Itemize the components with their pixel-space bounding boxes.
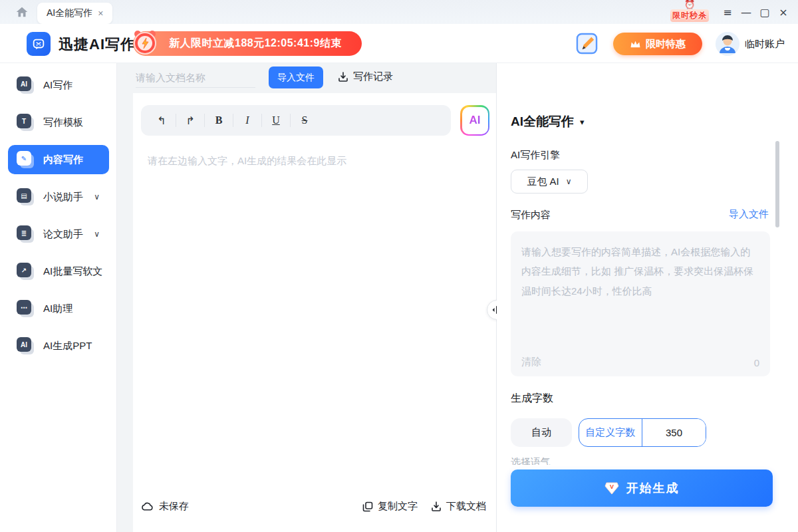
sidebar-item-label: AI助理 <box>43 303 72 315</box>
sidebar-item-label: 写作模板 <box>43 116 83 129</box>
flash-sale-badge[interactable]: ⏰ 限时秒杀 <box>666 1 713 23</box>
account-name[interactable]: 临时账户 <box>745 38 785 51</box>
custom-wordcount-button[interactable]: 自定义字数 <box>579 419 642 446</box>
panel-scrollbar[interactable] <box>775 141 779 227</box>
auto-wordcount-button[interactable]: 自动 <box>511 418 572 447</box>
app-logo-icon <box>27 32 51 56</box>
deal-label: 限时特惠 <box>646 38 686 51</box>
writing-history-button[interactable]: 写作记录 <box>338 70 393 83</box>
caret-down-icon: ▾ <box>580 117 585 127</box>
copy-text-button[interactable]: 复制文字 <box>362 500 418 513</box>
chevron-down-icon: ∨ <box>94 229 100 239</box>
sidebar-item-label: AI生成PPT <box>43 340 92 352</box>
sidebar-item-label: AI批量写软文 <box>43 265 102 278</box>
underline-button[interactable]: U <box>262 110 290 130</box>
textarea-placeholder: 请输入想要写作的内容简单描述，AI会根据您输入的内容生成细节，比如 推广保温杯，… <box>521 242 759 301</box>
sidebar-item-ai-assistant[interactable]: ⋯ AI助理 <box>8 294 109 323</box>
chevron-down-icon: ∨ <box>566 177 572 186</box>
save-status: 未保存 <box>141 500 189 513</box>
italic-button[interactable]: I <box>233 110 261 130</box>
redo-button[interactable]: ↱ <box>176 110 204 130</box>
copy-text-label: 复制文字 <box>378 500 418 513</box>
sidebar-item-paper-helper[interactable]: ≣ 论文助手 ∨ <box>8 219 109 249</box>
promo-alarm-clock-icon <box>130 27 160 58</box>
paper-helper-icon: ≣ <box>17 225 34 243</box>
download-tray-icon <box>338 72 348 82</box>
ai-assistant-icon: ⋯ <box>17 300 34 317</box>
batch-article-icon: ↗ <box>17 263 34 280</box>
panel-mode-selector[interactable]: AI全能写作 ▾ <box>511 113 585 130</box>
ai-ppt-icon: AI <box>17 337 34 354</box>
tab-ai-writing[interactable]: AI全能写作 × <box>37 3 112 24</box>
sidebar-item-template[interactable]: T 写作模板 <box>8 108 109 137</box>
save-status-label: 未保存 <box>159 500 189 513</box>
svg-text:V: V <box>609 483 613 490</box>
gem-icon: V <box>604 481 619 495</box>
template-icon: T <box>17 114 34 131</box>
char-counter: 0 <box>754 357 759 368</box>
doc-name-input[interactable] <box>136 68 255 88</box>
promo-text: 新人限时立减188元12:05:41:9结束 <box>169 37 342 51</box>
wordcount-input[interactable] <box>642 419 706 446</box>
flash-sale-label: 限时秒杀 <box>670 9 709 22</box>
tab-title: AI全能写作 <box>47 7 92 19</box>
content-textarea[interactable]: 请输入想要写作的内容简单描述，AI会根据您输入的内容生成细节，比如 推广保温杯，… <box>511 231 770 376</box>
app-title: 迅捷AI写作 <box>59 35 136 55</box>
engine-label: AI写作引擎 <box>511 149 560 162</box>
bold-button[interactable]: B <box>205 110 233 130</box>
window-titlebar: AI全能写作 × ⏰ 限时秒杀 ≡ — ▢ × <box>0 0 798 24</box>
sidebar-item-label: 论文助手 <box>43 228 83 241</box>
ai-write-icon: AI <box>17 76 34 94</box>
sidebar-item-label: AI写作 <box>43 79 72 92</box>
ai-badge-label: AI <box>469 114 481 127</box>
custom-wordcount-control: 自定义字数 <box>579 418 706 447</box>
sidebar-item-batch-article[interactable]: ↗ AI批量写软文 <box>8 257 109 286</box>
minimize-button[interactable]: — <box>738 4 754 20</box>
sidebar-item-content-write[interactable]: ✎ 内容写作 <box>8 145 109 174</box>
ai-assistant-badge[interactable]: AI <box>460 105 489 136</box>
generate-button[interactable]: V 开始生成 <box>511 469 773 507</box>
sidebar-nav: AI AI写作 T 写作模板 ✎ 内容写作 ▤ 小说助手 ∨ ≣ 论文助 <box>0 63 117 532</box>
undo-button[interactable]: ↰ <box>148 110 176 130</box>
editor-placeholder: 请在左边输入文字，AI生成的结果会在此显示 <box>148 155 346 168</box>
strikethrough-button[interactable]: S <box>291 110 319 130</box>
panel-title-label: AI全能写作 <box>511 113 574 130</box>
panel-import-file-link[interactable]: 导入文件 <box>729 208 769 221</box>
sidebar-item-label: 内容写作 <box>43 154 83 166</box>
wordcount-label: 生成字数 <box>511 392 553 406</box>
generate-label: 开始生成 <box>626 480 680 496</box>
cloud-icon <box>141 501 154 511</box>
chevron-down-icon: ∨ <box>94 192 100 201</box>
sidebar-item-ai-write[interactable]: AI AI写作 <box>8 70 109 100</box>
tab-close-icon[interactable]: × <box>98 8 103 19</box>
notepad-pencil-icon[interactable] <box>576 33 598 55</box>
content-label: 写作内容 <box>511 209 551 221</box>
sidebar-item-novel-helper[interactable]: ▤ 小说助手 ∨ <box>8 182 109 211</box>
avatar[interactable] <box>716 32 739 56</box>
promo-banner[interactable]: 新人限时立减188元12:05:41:9结束 <box>133 31 362 56</box>
download-doc-button[interactable]: 下载文档 <box>431 500 486 513</box>
writing-history-label: 写作记录 <box>353 70 393 83</box>
copy-icon <box>362 501 373 512</box>
alarm-clock-icon: ⏰ <box>666 1 713 9</box>
import-file-button[interactable]: 导入文件 <box>269 66 323 88</box>
sidebar-item-ai-ppt[interactable]: AI AI生成PPT <box>8 331 109 360</box>
download-doc-label: 下载文档 <box>446 500 486 513</box>
menu-icon[interactable]: ≡ <box>720 4 735 20</box>
home-icon[interactable] <box>15 5 29 19</box>
content-write-icon: ✎ <box>17 151 34 168</box>
format-toolbar: ↰ ↱ B I U S <box>141 105 451 136</box>
engine-value: 豆包 AI <box>527 176 559 188</box>
novel-helper-icon: ▤ <box>17 188 34 205</box>
sidebar-item-label: 小说助手 <box>43 191 83 203</box>
limited-deal-button[interactable]: 限时特惠 <box>613 33 702 55</box>
engine-dropdown[interactable]: 豆包 AI ∨ <box>511 170 588 194</box>
tone-label-clipped: 选择语气 <box>511 456 591 465</box>
maximize-button[interactable]: ▢ <box>757 4 773 20</box>
close-button[interactable]: × <box>775 4 791 20</box>
download-icon <box>431 501 442 512</box>
clear-button[interactable]: 清除 <box>521 356 541 368</box>
crown-icon <box>630 39 641 49</box>
